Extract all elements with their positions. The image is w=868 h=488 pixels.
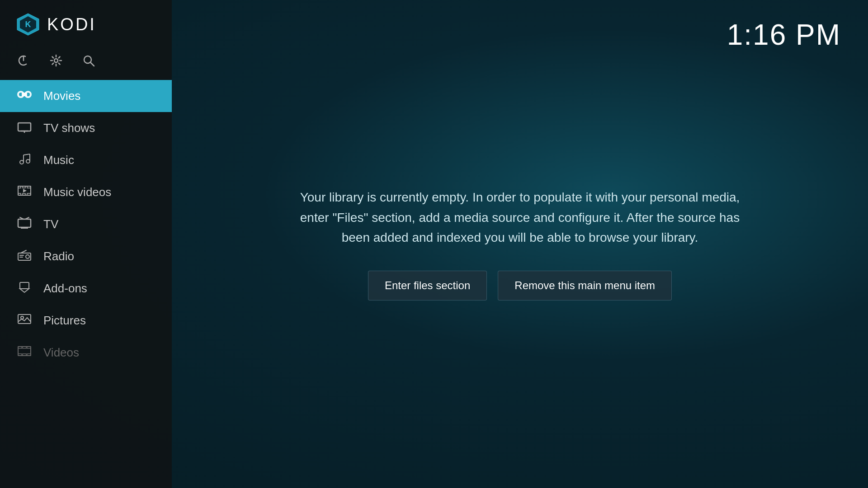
sidebar-item-tv-shows[interactable]: TV shows [0,112,172,144]
logo-area: K KODI [0,0,172,49]
svg-point-17 [26,160,30,163]
svg-rect-12 [22,93,27,96]
library-empty-message: Your library is currently empty. In orde… [294,188,746,248]
tv-shows-icon [16,120,33,136]
svg-rect-37 [19,257,23,258]
svg-rect-43 [18,347,31,356]
enter-files-button[interactable]: Enter files section [368,271,487,300]
action-buttons: Enter files section Remove this main men… [368,271,672,300]
add-ons-label: Add-ons [43,282,87,296]
sidebar-item-radio[interactable]: Radio [0,240,172,272]
sidebar-item-music-videos[interactable]: Music videos [0,176,172,208]
music-videos-icon [16,184,33,200]
remove-menu-item-button[interactable]: Remove this main menu item [498,271,672,300]
search-button[interactable] [81,53,96,71]
clock: 1:16 PM [727,18,841,52]
svg-rect-29 [18,219,31,227]
svg-line-20 [24,154,30,155]
svg-rect-39 [20,282,29,289]
svg-rect-45 [23,347,26,348]
sidebar-item-pictures[interactable]: Pictures [0,305,172,337]
svg-rect-24 [27,186,31,188]
videos-icon [16,345,33,361]
svg-rect-13 [18,123,31,131]
sidebar-item-music[interactable]: Music [0,144,172,176]
svg-marker-28 [23,189,27,192]
music-icon [16,152,33,168]
power-button[interactable] [16,53,31,71]
videos-label: Videos [43,346,79,360]
svg-rect-26 [23,193,25,195]
svg-point-16 [20,160,24,164]
music-videos-label: Music videos [43,185,111,199]
svg-text:K: K [25,20,31,29]
svg-marker-40 [20,289,29,292]
svg-rect-23 [23,186,25,188]
tv-label: TV [43,217,58,231]
radio-icon [16,249,33,264]
top-icons-bar [0,49,172,80]
svg-rect-36 [19,255,24,256]
svg-rect-49 [27,354,31,356]
svg-rect-27 [27,193,31,195]
svg-point-35 [26,255,29,258]
svg-rect-47 [18,354,22,356]
settings-button[interactable] [49,53,63,71]
music-label: Music [43,153,74,167]
main-content: Your library is currently empty. In orde… [172,0,868,488]
sidebar-item-add-ons[interactable]: Add-ons [0,272,172,305]
add-ons-icon [16,281,33,296]
tv-shows-label: TV shows [43,121,95,135]
svg-point-5 [54,59,58,62]
sidebar-item-videos[interactable]: Videos [0,337,172,369]
sidebar-item-movies[interactable]: Movies [0,80,172,112]
radio-label: Radio [43,249,74,263]
svg-rect-44 [18,347,22,348]
sidebar: K KODI [0,0,172,488]
kodi-logo-icon: K [16,13,40,36]
app-title: KODI [47,15,96,34]
tv-icon [16,216,33,232]
svg-rect-48 [23,354,26,356]
pictures-label: Pictures [43,314,86,328]
movies-icon [16,88,33,104]
movies-label: Movies [43,89,80,103]
svg-point-42 [21,316,24,319]
svg-rect-46 [27,347,31,348]
svg-line-7 [90,62,94,66]
sidebar-item-tv[interactable]: TV [0,208,172,240]
pictures-icon [16,313,33,328]
